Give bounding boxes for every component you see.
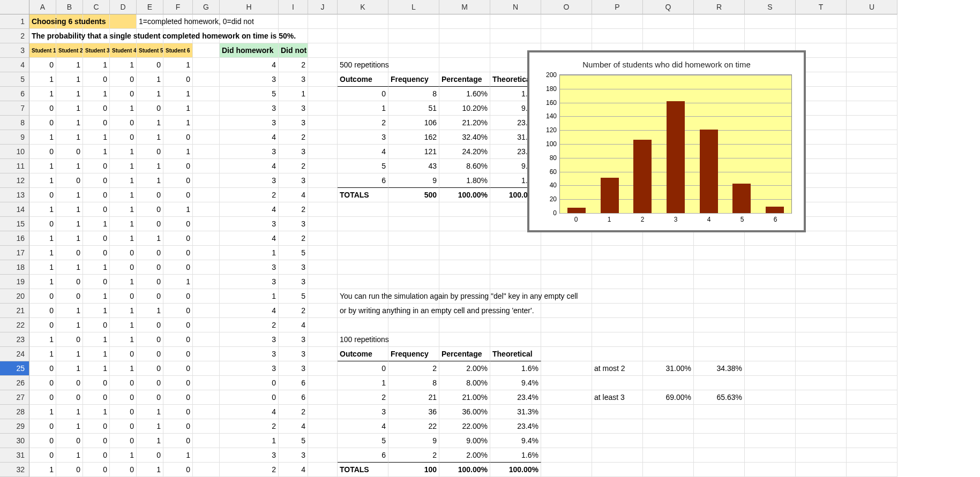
cell-G22[interactable] (193, 318, 220, 332)
cell-K16[interactable] (338, 231, 388, 246)
cell-F11[interactable]: 0 (163, 159, 193, 173)
cell-L23[interactable] (388, 332, 439, 347)
cell-O16[interactable] (541, 231, 592, 246)
cell-E9[interactable]: 1 (137, 130, 163, 145)
cell-U3[interactable] (847, 43, 897, 58)
cell-D28[interactable]: 0 (110, 405, 137, 419)
cell-C30[interactable]: 0 (83, 434, 110, 448)
cell-B5[interactable]: 1 (56, 72, 83, 87)
cell-A17[interactable]: 1 (29, 246, 56, 260)
cell-J8[interactable] (308, 116, 338, 130)
cell-L3[interactable] (388, 43, 439, 58)
cell-U11[interactable] (847, 159, 897, 173)
cell-U26[interactable] (847, 376, 897, 390)
cell-D4[interactable]: 1 (110, 58, 137, 72)
cell-T31[interactable] (796, 448, 847, 463)
cell-L2[interactable] (388, 29, 439, 43)
cell-K13[interactable]: TOTALS (338, 188, 388, 202)
cell-M5[interactable]: Percentage (439, 72, 490, 87)
cell-T2[interactable] (796, 29, 847, 43)
cell-C23[interactable]: 1 (83, 332, 110, 347)
cell-L14[interactable] (388, 202, 439, 217)
cell-J7[interactable] (308, 101, 338, 116)
row-header-14[interactable]: 14 (0, 202, 29, 217)
cell-K11[interactable]: 5 (338, 159, 388, 173)
cell-M24[interactable]: Percentage (439, 347, 490, 361)
cell-F22[interactable]: 0 (163, 318, 193, 332)
cell-R31[interactable] (694, 448, 745, 463)
cell-J25[interactable] (308, 361, 338, 376)
cell-N28[interactable]: 31.3% (490, 405, 541, 419)
cell-G10[interactable] (193, 145, 220, 159)
row-header-5[interactable]: 5 (0, 72, 29, 87)
cell-D12[interactable]: 1 (110, 173, 137, 188)
cell-E29[interactable]: 1 (137, 419, 163, 434)
cell-U31[interactable] (847, 448, 897, 463)
cell-A29[interactable]: 0 (29, 419, 56, 434)
cell-M15[interactable] (439, 217, 490, 231)
cell-D30[interactable]: 0 (110, 434, 137, 448)
cell-Q24[interactable] (643, 347, 694, 361)
cell-S19[interactable] (745, 275, 796, 289)
cell-H19[interactable]: 3 (220, 275, 279, 289)
cell-J13[interactable] (308, 188, 338, 202)
cell-T24[interactable] (796, 347, 847, 361)
cell-P2[interactable] (592, 29, 643, 43)
cell-M23[interactable] (439, 332, 490, 347)
cell-E31[interactable]: 0 (137, 448, 163, 463)
row-header-24[interactable]: 24 (0, 347, 29, 361)
cell-H25[interactable]: 3 (220, 361, 279, 376)
cell-Q26[interactable] (643, 376, 694, 390)
cell-B23[interactable]: 0 (56, 332, 83, 347)
cell-B15[interactable]: 1 (56, 217, 83, 231)
cell-E32[interactable]: 1 (137, 463, 163, 477)
cell-I26[interactable]: 6 (279, 376, 308, 390)
cell-A30[interactable]: 0 (29, 434, 56, 448)
cell-O27[interactable] (541, 390, 592, 405)
cell-G13[interactable] (193, 188, 220, 202)
cell-M7[interactable]: 10.20% (439, 101, 490, 116)
cell-R27[interactable]: 65.63% (694, 390, 745, 405)
row-header-8[interactable]: 8 (0, 116, 29, 130)
row-header-20[interactable]: 20 (0, 289, 29, 304)
cell-H3[interactable]: Did homework (220, 43, 279, 58)
cell-G16[interactable] (193, 231, 220, 246)
cell-S27[interactable] (745, 390, 796, 405)
cell-G8[interactable] (193, 116, 220, 130)
cell-I25[interactable]: 3 (279, 361, 308, 376)
row-header-31[interactable]: 31 (0, 448, 29, 463)
cell-F19[interactable]: 1 (163, 275, 193, 289)
cell-M19[interactable] (439, 275, 490, 289)
cell-J23[interactable] (308, 332, 338, 347)
cell-E21[interactable]: 1 (137, 304, 163, 318)
cell-R1[interactable] (694, 14, 745, 29)
cell-L6[interactable]: 8 (388, 87, 439, 101)
cell-E26[interactable]: 0 (137, 376, 163, 390)
cell-G19[interactable] (193, 275, 220, 289)
cell-D1[interactable] (110, 14, 137, 29)
cell-L18[interactable] (388, 260, 439, 275)
cell-G29[interactable] (193, 419, 220, 434)
cell-O18[interactable] (541, 260, 592, 275)
cell-L9[interactable]: 162 (388, 130, 439, 145)
cell-I20[interactable]: 5 (279, 289, 308, 304)
cell-L16[interactable] (388, 231, 439, 246)
cell-C7[interactable]: 0 (83, 101, 110, 116)
cell-O28[interactable] (541, 405, 592, 419)
cell-R21[interactable] (694, 304, 745, 318)
cell-D14[interactable]: 1 (110, 202, 137, 217)
cell-L31[interactable]: 2 (388, 448, 439, 463)
cell-L27[interactable]: 21 (388, 390, 439, 405)
cell-O26[interactable] (541, 376, 592, 390)
cell-B18[interactable]: 1 (56, 260, 83, 275)
cell-F12[interactable]: 0 (163, 173, 193, 188)
cell-K1[interactable] (338, 14, 388, 29)
cell-G27[interactable] (193, 390, 220, 405)
cell-G18[interactable] (193, 260, 220, 275)
cell-P27[interactable]: at least 3 (592, 390, 643, 405)
cell-H7[interactable]: 3 (220, 101, 279, 116)
cell-K17[interactable] (338, 246, 388, 260)
cell-D9[interactable]: 0 (110, 130, 137, 145)
cell-Q23[interactable] (643, 332, 694, 347)
cell-D10[interactable]: 1 (110, 145, 137, 159)
